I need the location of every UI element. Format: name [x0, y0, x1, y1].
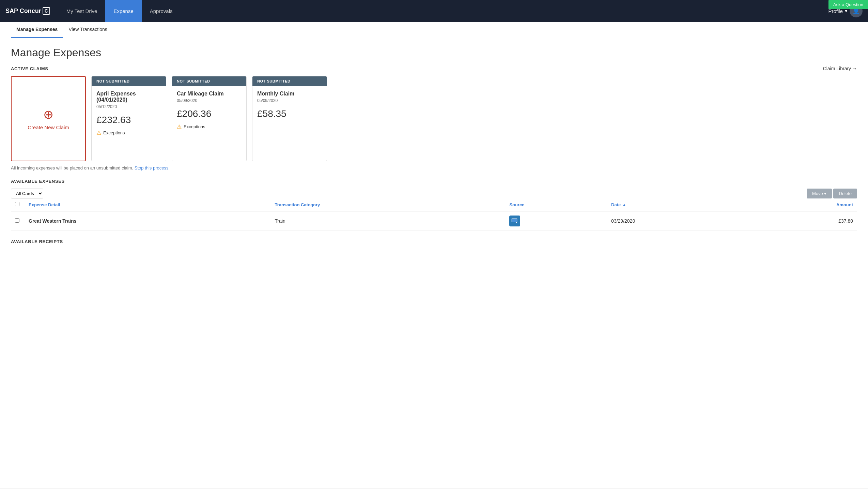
- claims-grid: ⊕ Create New Claim NOT SUBMITTED April E…: [11, 76, 857, 161]
- cell-date: 03/29/2020: [607, 211, 748, 231]
- create-plus-icon: ⊕: [43, 107, 53, 122]
- logo-area: SAP Concur C: [5, 7, 56, 15]
- nav-my-test-drive[interactable]: My Test Drive: [58, 0, 106, 22]
- select-all-checkbox[interactable]: [15, 202, 19, 206]
- claim-status-1: NOT SUBMITTED: [172, 76, 246, 86]
- info-text: All incoming expenses will be placed on …: [11, 165, 857, 171]
- claim-exception-1: ⚠ Exceptions: [177, 123, 242, 130]
- claim-body-0: April Expenses (04/01/2020) 05/12/2020 £…: [92, 86, 166, 141]
- claim-body-1: Car Mileage Claim 05/09/2020 £206.36 ⚠ E…: [172, 86, 246, 135]
- all-cards-select[interactable]: All Cards: [11, 189, 43, 198]
- cell-source: [505, 211, 607, 231]
- svg-rect-1: [512, 219, 517, 222]
- stop-process-link[interactable]: Stop this process.: [135, 165, 170, 171]
- cell-expense: Great Western Trains: [25, 211, 270, 231]
- claim-status-0: NOT SUBMITTED: [92, 76, 166, 86]
- delete-button[interactable]: Delete: [833, 189, 857, 198]
- claim-amount-1: £206.36: [177, 108, 242, 119]
- header: SAP Concur C My Test Drive Expense Appro…: [0, 0, 868, 22]
- table-body: Great Western Trains Train 03/29/2020 £3…: [11, 211, 857, 231]
- expenses-toolbar: All Cards Move ▾ Delete: [11, 189, 857, 198]
- claim-amount-2: £58.35: [257, 108, 322, 119]
- claim-card-1[interactable]: NOT SUBMITTED Car Mileage Claim 05/09/20…: [172, 76, 247, 161]
- claim-name-1: Car Mileage Claim: [177, 91, 242, 97]
- sub-nav-view-transactions[interactable]: View Transactions: [63, 22, 112, 38]
- svg-point-3: [516, 222, 517, 223]
- cell-amount: £37.80: [748, 211, 857, 231]
- toolbar-buttons: Move ▾ Delete: [807, 189, 857, 198]
- col-source[interactable]: Source: [505, 198, 607, 211]
- create-claim-label: Create New Claim: [28, 124, 69, 130]
- claim-date-1: 05/09/2020: [177, 98, 242, 103]
- main-nav: My Test Drive Expense Approvals: [58, 0, 181, 22]
- exception-label-1: Exceptions: [184, 124, 205, 129]
- claim-status-2: NOT SUBMITTED: [252, 76, 327, 86]
- col-expense-detail[interactable]: Expense Detail: [25, 198, 270, 211]
- move-button[interactable]: Move ▾: [807, 189, 832, 198]
- claim-name-2: Monthly Claim: [257, 91, 322, 97]
- table-row: Great Western Trains Train 03/29/2020 £3…: [11, 211, 857, 231]
- col-date[interactable]: Date ▲: [607, 198, 748, 211]
- nav-approvals[interactable]: Approvals: [142, 0, 181, 22]
- main-content: Manage Expenses ACTIVE CLAIMS Claim Libr…: [0, 38, 868, 488]
- select-all-col[interactable]: [11, 198, 25, 211]
- create-new-claim-card[interactable]: ⊕ Create New Claim: [11, 76, 86, 161]
- available-expenses-title: AVAILABLE EXPENSES: [11, 179, 857, 184]
- claim-amount-0: £232.63: [96, 115, 161, 125]
- claim-library-link[interactable]: Claim Library →: [823, 66, 857, 71]
- claim-date-0: 05/12/2020: [96, 104, 161, 109]
- available-receipts-title: AVAILABLE RECEIPTS: [11, 239, 857, 244]
- exception-label-0: Exceptions: [103, 130, 125, 135]
- active-claims-section-header: ACTIVE CLAIMS Claim Library →: [11, 66, 857, 71]
- row-checkbox[interactable]: [15, 218, 19, 223]
- col-amount[interactable]: Amount: [748, 198, 857, 211]
- claim-body-2: Monthly Claim 05/09/2020 £58.35: [252, 86, 327, 128]
- table-header: Expense Detail Transaction Category Sour…: [11, 198, 857, 211]
- sub-nav-manage-expenses[interactable]: Manage Expenses: [11, 22, 63, 38]
- col-transaction-category[interactable]: Transaction Category: [270, 198, 505, 211]
- row-checkbox-col[interactable]: [11, 211, 25, 231]
- logo-box: C: [43, 7, 50, 15]
- claim-date-2: 05/09/2020: [257, 98, 322, 103]
- claim-exception-0: ⚠ Exceptions: [96, 130, 161, 136]
- active-claims-title: ACTIVE CLAIMS: [11, 66, 48, 71]
- nav-expense[interactable]: Expense: [105, 0, 141, 22]
- sub-nav: Manage Expenses View Transactions: [0, 22, 868, 38]
- page-title: Manage Expenses: [11, 46, 857, 59]
- claim-name-0: April Expenses (04/01/2020): [96, 91, 161, 103]
- cell-category: Train: [270, 211, 505, 231]
- claim-card-0[interactable]: NOT SUBMITTED April Expenses (04/01/2020…: [91, 76, 166, 161]
- warning-icon-0: ⚠: [96, 130, 101, 136]
- warning-icon-1: ⚠: [177, 123, 182, 130]
- expenses-table: Expense Detail Transaction Category Sour…: [11, 198, 857, 231]
- source-icon: [509, 216, 520, 226]
- logo-text: SAP Concur: [5, 8, 41, 15]
- ask-question-button[interactable]: Ask a Question: [828, 0, 868, 9]
- claim-card-2[interactable]: NOT SUBMITTED Monthly Claim 05/09/2020 £…: [252, 76, 327, 161]
